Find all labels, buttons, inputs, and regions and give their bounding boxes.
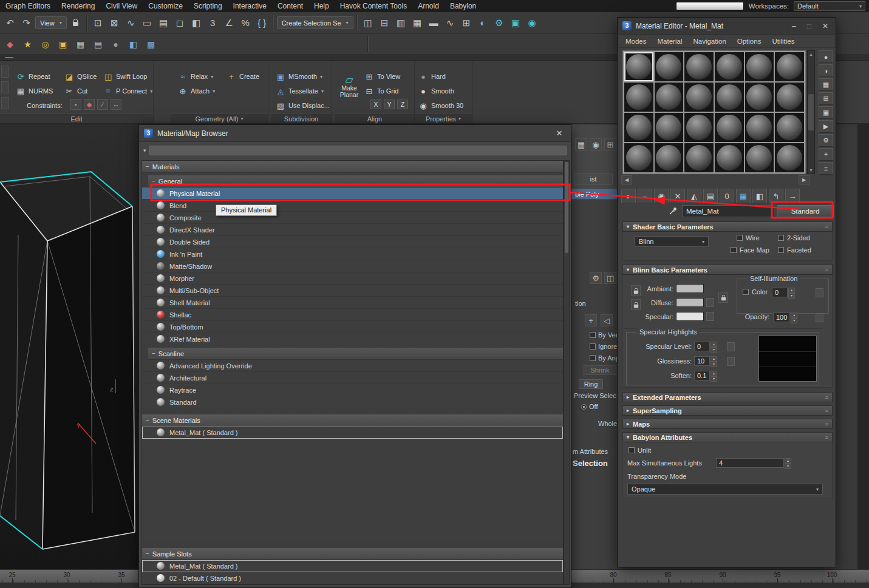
unlit-checkbox[interactable]: Unlit [629, 447, 651, 454]
radio-off[interactable]: Off [581, 403, 598, 410]
material-item-shellac[interactable]: Shellac [142, 309, 563, 321]
menu-item-content[interactable]: Content [272, 0, 308, 12]
rollout-extended-parameters[interactable]: ▸ Extended Parameters ≡ [622, 392, 833, 402]
grid-b-icon[interactable]: ▤ [90, 36, 106, 52]
angle-snap-icon[interactable]: ∠ [222, 15, 237, 30]
select-by-material-icon[interactable]: ⌖ [819, 148, 833, 161]
align-icon[interactable]: ⊟ [377, 15, 392, 30]
create-button[interactable]: +Create [227, 70, 259, 83]
material-sample-slot[interactable] [775, 83, 804, 112]
attach-button[interactable]: ⊕Attach▾ [178, 85, 215, 97]
smooth-30-button[interactable]: ◉Smooth 30 [418, 100, 463, 112]
material-item-multi-sub-object[interactable]: Multi/Sub-Object [142, 285, 563, 297]
diffuse-map-button[interactable] [706, 298, 714, 307]
max-lights-spinner[interactable]: 4 ▴▾ [716, 458, 791, 468]
button-shrink[interactable]: Shrink [584, 365, 616, 375]
checkbox-box[interactable] [629, 447, 635, 453]
relax-button[interactable]: ≈Relax▾ [178, 70, 213, 83]
material-sample-slot[interactable] [775, 143, 804, 172]
ribbon-mini-button[interactable] [1, 97, 9, 109]
search-input[interactable] [149, 146, 567, 155]
wire-checkbox[interactable]: Wire [737, 234, 760, 242]
panel-move-icon[interactable]: + [585, 314, 597, 326]
material-item-metal-mat-standard[interactable]: Metal_Mat ( Standard ) [142, 427, 563, 439]
checkbox-ignore-bac[interactable]: Ignore Bac [590, 343, 617, 350]
close-icon[interactable]: ✕ [553, 127, 566, 140]
workspaces-dropdown[interactable]: Default ▾ [794, 1, 865, 11]
checkbox-by-vertex[interactable]: By Vertex [590, 331, 617, 339]
align-x-button[interactable]: X [370, 100, 381, 109]
window-crossing-icon[interactable]: ◧ [189, 15, 204, 30]
panel-prev-icon[interactable]: ◁ [601, 314, 613, 326]
menu-item-scripting[interactable]: Scripting [188, 0, 228, 12]
rollout-babylon-attributes[interactable]: ▾ Babylon Attributes ≡ [622, 432, 833, 442]
material-sample-slot[interactable] [775, 52, 804, 81]
faceted-checkbox[interactable]: Faceted [778, 246, 811, 254]
material-sample-slot[interactable] [655, 83, 684, 112]
material-sample-slot[interactable] [624, 52, 653, 81]
ribbon-panel-geometry-label[interactable]: Geometry (All)▾ [171, 113, 268, 123]
spinner-up-icon[interactable]: ▴ [791, 313, 797, 318]
soften-spinner[interactable]: 0.1 ▴▾ [694, 371, 717, 380]
maximize-icon[interactable]: □ [807, 22, 811, 30]
button-ist[interactable]: ist [574, 174, 613, 184]
material-map-navigator-icon[interactable]: ≡ [819, 162, 833, 175]
constraint-edge-button[interactable]: ◆ [84, 99, 95, 110]
to-grid-button[interactable]: ⊟To Grid [364, 85, 398, 97]
transparency-mode-dropdown[interactable]: Opaque ▾ [627, 484, 823, 495]
material-item-architectural[interactable]: Architectural [142, 372, 563, 384]
bind-spacewarp-icon[interactable]: ∿ [123, 15, 138, 30]
collapse-icon[interactable]: − [146, 417, 149, 424]
collapse-icon[interactable]: − [152, 178, 155, 184]
selection-paint-icon[interactable]: ◆ [2, 36, 18, 52]
render-icon[interactable]: ◉ [525, 15, 540, 30]
material-sample-slot[interactable] [684, 143, 714, 172]
material-sample-slot[interactable] [624, 83, 653, 112]
spinner-down-icon[interactable]: ▾ [791, 318, 797, 323]
material-item-advanced-lighting-override[interactable]: Advanced Lighting Override [142, 360, 563, 372]
scroll-up-icon[interactable]: ▲ [809, 52, 813, 56]
two-sided-checkbox[interactable]: 2-Sided [778, 234, 810, 242]
max-lights-value[interactable]: 4 [716, 458, 784, 468]
background-icon[interactable]: ▦ [819, 78, 833, 91]
constraint-face-button[interactable]: ∕ [97, 99, 108, 110]
material-item-xref-material[interactable]: XRef Material [142, 333, 563, 345]
sample-slots-scrollbar[interactable]: ▲ ▼ [807, 50, 815, 174]
options-icon[interactable]: ⚙ [819, 134, 833, 147]
select-link-icon[interactable]: ⊡ [90, 15, 106, 30]
material-sample-slot[interactable] [775, 113, 804, 142]
checkbox-box[interactable] [737, 235, 743, 241]
qslice-button[interactable]: ◪QSlice [64, 70, 97, 83]
material-sample-slot[interactable] [745, 83, 774, 112]
self-illumination-spinner[interactable]: 0 ▴▾ [772, 288, 795, 297]
ribbon-mini-button[interactable] [1, 66, 9, 78]
rectangular-selection-icon[interactable]: ◻ [172, 15, 188, 30]
box-blue-icon[interactable]: ◧ [126, 36, 141, 52]
material-sample-slot[interactable] [684, 83, 714, 112]
menu-item-customize[interactable]: Customize [143, 0, 188, 12]
editor-title-bar[interactable]: 3 Material Editor - Metal_Mat – □ ✕ [618, 18, 836, 35]
material-sample-slot[interactable] [715, 52, 744, 81]
video-color-check-icon[interactable]: ▣ [819, 106, 833, 119]
align-z-button[interactable]: Z [397, 100, 408, 109]
material-sample-slot[interactable] [715, 113, 744, 142]
material-sample-slot[interactable] [715, 143, 744, 172]
ribbon-mini-button[interactable] [1, 81, 9, 93]
material-item-directx-shader[interactable]: DirectX Shader [142, 224, 563, 236]
diffuse-color-swatch[interactable] [676, 298, 704, 307]
editor-menu-modes[interactable]: Modes [620, 38, 652, 45]
self-illumination-value[interactable]: 0 [772, 288, 788, 297]
menu-item-havok-content-tools[interactable]: Havok Content Tools [335, 0, 413, 12]
mirror-icon[interactable]: ◫ [361, 15, 376, 30]
material-item-shell-material[interactable]: Shell Material [142, 297, 563, 309]
make-unique-icon[interactable]: ◭ [687, 189, 701, 203]
scroll-down-icon[interactable]: ▼ [809, 168, 813, 172]
ambient-color-swatch[interactable] [676, 284, 704, 293]
material-editor-icon[interactable]: ◐ [475, 15, 491, 30]
face-map-checkbox[interactable]: Face Map [731, 246, 769, 254]
editor-menu-navigation[interactable]: Navigation [687, 38, 731, 45]
material-sample-slot[interactable] [715, 83, 744, 112]
grid-a-icon[interactable]: ▦ [73, 36, 88, 52]
panel-gear-icon[interactable]: ⚙ [590, 272, 602, 284]
opacity-value[interactable]: 100 [773, 313, 790, 322]
